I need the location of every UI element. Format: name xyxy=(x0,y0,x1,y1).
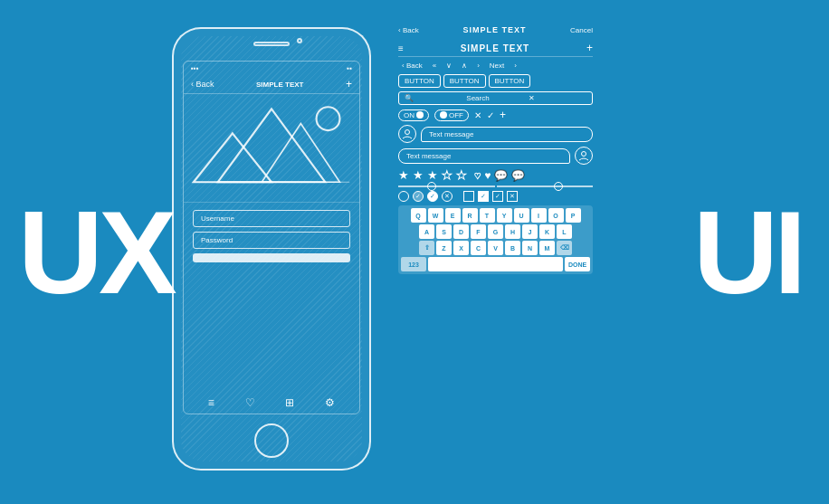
nav-right-icon[interactable]: › xyxy=(473,61,483,71)
back-button[interactable]: ‹ Back xyxy=(191,80,214,89)
key-l[interactable]: L xyxy=(557,224,572,239)
nav-back-btn[interactable]: ‹ Back xyxy=(398,61,426,71)
hamburger-icon[interactable]: ≡ xyxy=(398,43,404,53)
star-5[interactable]: ★ xyxy=(456,168,467,182)
phone-bottom-icons: ≡ ♡ ⊞ ⚙ xyxy=(184,392,359,414)
nav-up-icon[interactable]: ∧ xyxy=(458,61,471,71)
search-placeholder: Search xyxy=(466,94,524,102)
settings-icon[interactable]: ⚙ xyxy=(325,396,335,409)
toggle-on-label: ON xyxy=(404,111,414,119)
key-r[interactable]: R xyxy=(462,208,478,223)
panel-nav-row: ‹ Back « ∨ ∧ › Next › xyxy=(398,61,593,71)
ui-button-3[interactable]: BUTTON xyxy=(489,74,531,88)
heart-icon[interactable]: ♡ xyxy=(245,396,255,409)
key-w[interactable]: W xyxy=(428,208,443,223)
ui-button-2[interactable]: BUTTON xyxy=(443,74,486,88)
phone-screen: ▪▪▪ ▪▪ ‹ Back SIMPLE TEXT + xyxy=(183,61,360,414)
nav-down-icon[interactable]: ∨ xyxy=(443,61,455,71)
stars-hearts-row: ★ ★ ★ ★ ★ ♥ ♥ 💬 💬 xyxy=(398,168,593,182)
search-clear-icon[interactable]: ✕ xyxy=(529,94,586,102)
menu-icon[interactable]: ≡ xyxy=(208,396,214,409)
key-q[interactable]: Q xyxy=(411,208,426,223)
key-123[interactable]: 123 xyxy=(401,257,426,271)
slider-row xyxy=(398,185,593,187)
key-c[interactable]: C xyxy=(471,241,486,255)
phone-add-button[interactable]: + xyxy=(346,78,352,90)
key-k[interactable]: K xyxy=(539,224,555,239)
key-done[interactable]: DONE xyxy=(565,257,590,271)
radio-check[interactable]: ✓ xyxy=(427,191,438,202)
check-icon: ✓ xyxy=(487,110,494,120)
key-m[interactable]: M xyxy=(539,241,555,255)
key-h[interactable]: H xyxy=(505,224,520,239)
panel-header-row: ‹ Back SIMPLE TEXT Cancel xyxy=(398,25,593,36)
slider-track-2 xyxy=(497,185,594,187)
star-2[interactable]: ★ xyxy=(413,168,424,182)
key-o[interactable]: O xyxy=(548,208,564,223)
star-4[interactable]: ★ xyxy=(442,168,453,182)
panel-add-button[interactable]: + xyxy=(586,42,593,54)
toggle-on-dot xyxy=(416,111,424,119)
panel-back-button[interactable]: ‹ Back xyxy=(398,26,419,34)
checkbox-checked[interactable]: ✓ xyxy=(478,191,489,202)
ui-button-1[interactable]: BUTTON xyxy=(398,74,441,88)
key-u[interactable]: U xyxy=(514,208,529,223)
toggle-off[interactable]: OFF xyxy=(434,109,469,121)
phone-home-button[interactable] xyxy=(254,423,289,458)
list-icon[interactable]: ⊞ xyxy=(285,396,294,409)
key-n[interactable]: N xyxy=(522,241,538,255)
checkbox-cross[interactable]: ✕ xyxy=(507,191,518,202)
key-e[interactable]: E xyxy=(445,208,461,223)
key-b[interactable]: B xyxy=(505,241,520,255)
heart-empty-1[interactable]: ♥ xyxy=(474,169,481,182)
radio-empty[interactable] xyxy=(398,191,409,202)
toggle-on[interactable]: ON xyxy=(398,109,429,121)
nav-next-btn[interactable]: Next xyxy=(486,61,508,71)
key-v[interactable]: V xyxy=(488,241,503,255)
key-shift[interactable]: ⇧ xyxy=(419,241,434,255)
submit-button[interactable] xyxy=(193,253,350,262)
password-field[interactable]: Password xyxy=(193,232,350,249)
key-i[interactable]: I xyxy=(531,208,547,223)
svg-marker-2 xyxy=(262,124,339,183)
key-backspace[interactable]: ⌫ xyxy=(557,241,572,255)
key-t[interactable]: T xyxy=(480,208,495,223)
key-y[interactable]: Y xyxy=(497,208,512,223)
star-1[interactable]: ★ xyxy=(398,168,409,182)
ui-panel: ‹ Back SIMPLE TEXT Cancel ≡ SIMPLE TEXT … xyxy=(398,25,593,274)
phone-image-area xyxy=(184,94,359,203)
radio-checked[interactable]: ✓ xyxy=(413,191,424,202)
checkbox-check2[interactable]: ✓ xyxy=(492,191,503,202)
key-z[interactable]: Z xyxy=(436,241,452,255)
checkbox-empty[interactable] xyxy=(463,191,474,202)
search-icon: 🔍 xyxy=(405,94,462,102)
key-p[interactable]: P xyxy=(566,208,581,223)
avatar-sender xyxy=(398,125,416,143)
phone-form: Username Password xyxy=(184,203,359,270)
nav-next-arrow[interactable]: › xyxy=(510,61,520,71)
phone-speaker xyxy=(253,42,290,46)
svg-marker-0 xyxy=(218,109,326,182)
key-g[interactable]: G xyxy=(488,224,503,239)
nav-prev-icon[interactable]: « xyxy=(429,61,440,71)
ux-label: UX xyxy=(18,194,173,311)
username-field[interactable]: Username xyxy=(193,210,350,227)
key-x[interactable]: X xyxy=(453,241,469,255)
key-f[interactable]: F xyxy=(471,224,486,239)
key-a[interactable]: A xyxy=(419,224,434,239)
search-bar[interactable]: 🔍 Search ✕ xyxy=(398,91,593,105)
keyboard-row-1: Q W E R T Y U I O P xyxy=(401,208,590,223)
key-j[interactable]: J xyxy=(522,224,538,239)
radio-cross[interactable]: ✕ xyxy=(442,191,453,202)
phone-camera xyxy=(297,38,302,43)
slider-handle-1[interactable] xyxy=(427,182,436,191)
speech-bubble-1[interactable]: 💬 xyxy=(494,169,508,182)
slider-handle-2[interactable] xyxy=(554,182,563,191)
speech-bubble-2[interactable]: 💬 xyxy=(511,169,525,182)
key-space[interactable] xyxy=(428,257,563,271)
star-3[interactable]: ★ xyxy=(427,168,438,182)
heart-filled-1[interactable]: ♥ xyxy=(484,169,491,182)
key-s[interactable]: S xyxy=(436,224,452,239)
key-d[interactable]: D xyxy=(453,224,469,239)
panel-cancel-button[interactable]: Cancel xyxy=(570,26,593,34)
